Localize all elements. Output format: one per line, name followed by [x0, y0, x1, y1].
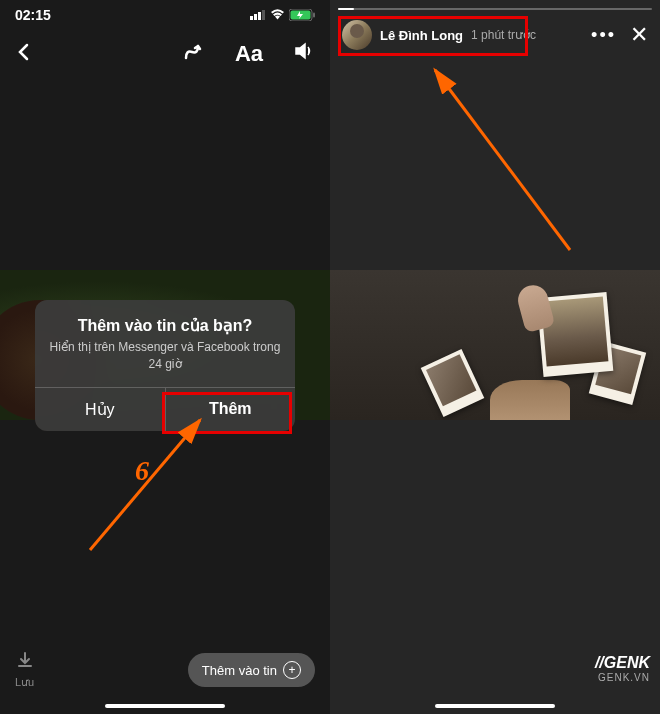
add-story-button[interactable]: Thêm vào tin + — [188, 653, 315, 687]
status-bar: 02:15 — [0, 0, 330, 30]
dialog-title: Thêm vào tin của bạn? — [47, 316, 283, 335]
watermark-sub: GENK.VN — [595, 672, 650, 684]
wifi-icon — [270, 7, 285, 23]
draw-icon[interactable] — [183, 40, 205, 68]
confirm-button[interactable]: Thêm — [166, 388, 296, 431]
user-name[interactable]: Lê Đình Long — [380, 28, 463, 43]
text-icon[interactable]: Aa — [235, 41, 263, 67]
cancel-button[interactable]: Hủy — [35, 388, 166, 431]
confirm-dialog: Thêm vào tin của bạn? Hiển thị trên Mess… — [35, 300, 295, 431]
close-icon[interactable]: ✕ — [630, 22, 648, 48]
download-icon — [16, 651, 34, 674]
story-content-image — [330, 270, 660, 420]
more-icon[interactable]: ••• — [591, 25, 616, 46]
story-progress — [338, 8, 652, 10]
status-icons — [250, 7, 315, 23]
svg-rect-0 — [250, 16, 253, 20]
svg-rect-3 — [262, 10, 265, 20]
watermark-main: //GENK — [595, 653, 650, 672]
svg-rect-2 — [258, 12, 261, 20]
svg-line-8 — [435, 70, 570, 250]
signal-icon — [250, 7, 266, 23]
avatar[interactable] — [342, 20, 372, 50]
phone-left: 02:15 Aa Thêm vào tin củ — [0, 0, 330, 714]
bottom-bar: Lưu Thêm vào tin + — [0, 651, 330, 689]
save-label: Lưu — [15, 676, 34, 689]
home-indicator-right — [435, 704, 555, 708]
add-story-label: Thêm vào tin — [202, 663, 277, 678]
story-header: Lê Đình Long 1 phút trước ••• ✕ — [330, 10, 660, 60]
svg-rect-1 — [254, 14, 257, 20]
time-ago: 1 phút trước — [471, 28, 536, 42]
status-time: 02:15 — [15, 7, 51, 23]
dialog-subtitle: Hiển thị trên Messenger và Facebook tron… — [47, 339, 283, 373]
plus-icon: + — [283, 661, 301, 679]
step-number: 6 — [135, 455, 149, 487]
watermark: //GENK GENK.VN — [595, 653, 650, 684]
back-icon[interactable] — [15, 41, 33, 67]
sound-icon[interactable] — [293, 40, 315, 68]
phone-right: Lê Đình Long 1 phút trước ••• ✕ //GENK G… — [330, 0, 660, 714]
home-indicator — [105, 704, 225, 708]
editor-toolbar: Aa — [0, 30, 330, 78]
svg-rect-6 — [313, 13, 315, 18]
arrow-annotation-left — [80, 410, 220, 560]
save-button[interactable]: Lưu — [15, 651, 34, 689]
arrow-annotation-right — [420, 60, 580, 260]
battery-icon — [289, 9, 315, 21]
